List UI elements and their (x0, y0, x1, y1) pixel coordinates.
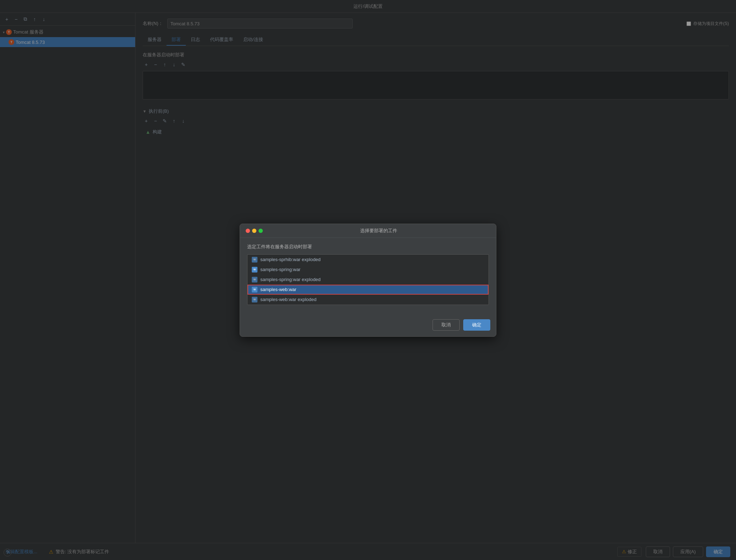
close-button[interactable] (246, 229, 250, 233)
maximize-button[interactable] (259, 229, 263, 233)
artifact-label-1: samples-spring:war (260, 267, 301, 272)
modal-footer: 取消 确定 (240, 316, 496, 336)
minimize-button[interactable] (252, 229, 256, 233)
modal-subtitle: 选定工件将在服务器启动时部署 (247, 244, 489, 250)
artifact-item-0[interactable]: W samples-sprhib:war exploded (247, 255, 489, 265)
modal-overlay: 选择要部署的工件 选定工件将在服务器启动时部署 W samples-sprhib… (0, 0, 736, 560)
artifact-icon-4: W (252, 297, 257, 302)
artifact-icon-1: W (252, 267, 257, 273)
modal-titlebar: 选择要部署的工件 (240, 224, 496, 238)
traffic-lights (246, 229, 263, 233)
artifact-icon-2: W (252, 277, 257, 282)
modal-title: 选择要部署的工件 (267, 228, 490, 234)
artifact-list: W samples-sprhib:war exploded W samples-… (247, 254, 489, 305)
modal-cancel-button[interactable]: 取消 (433, 319, 460, 331)
artifact-item-2[interactable]: W samples-spring:war exploded (247, 275, 489, 285)
artifact-item-3[interactable]: W samples-web:war (247, 285, 489, 295)
artifact-icon-0: W (252, 257, 257, 263)
artifact-item-1[interactable]: W samples-spring:war (247, 265, 489, 275)
modal-body: 选定工件将在服务器启动时部署 W samples-sprhib:war expl… (240, 238, 496, 316)
artifact-modal: 选择要部署的工件 选定工件将在服务器启动时部署 W samples-sprhib… (240, 224, 496, 337)
artifact-icon-3: W (252, 287, 257, 292)
artifact-item-4[interactable]: W samples-web:war exploded (247, 295, 489, 305)
artifact-label-2: samples-spring:war exploded (260, 277, 321, 282)
artifact-label-3: samples-web:war (260, 287, 296, 292)
modal-ok-button[interactable]: 确定 (463, 319, 490, 331)
artifact-label-4: samples-web:war exploded (260, 297, 317, 302)
artifact-label-0: samples-sprhib:war exploded (260, 257, 321, 262)
